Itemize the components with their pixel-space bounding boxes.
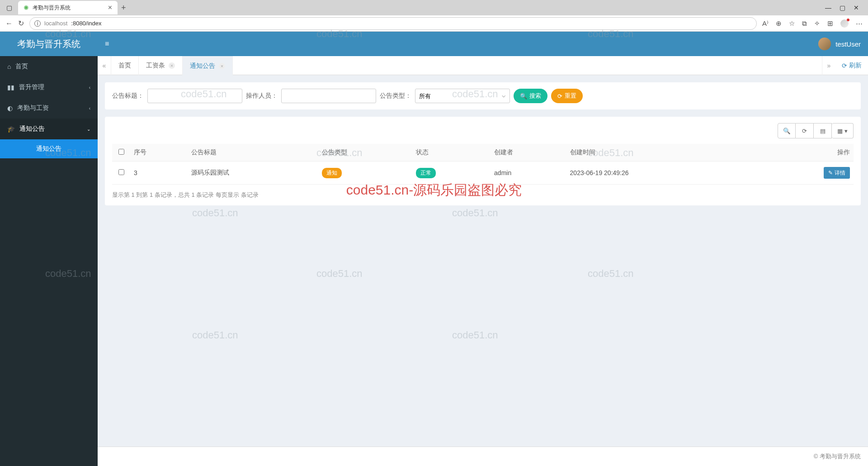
filter-type-label: 公告类型： <box>380 92 411 100</box>
profile-avatar-icon[interactable] <box>840 19 849 28</box>
data-table: 序号 公告标题 公告类型 状态 创建者 创建时间 操作 3 <box>112 144 854 185</box>
browser-tab[interactable]: ✺ 考勤与晋升系统 × <box>18 1 118 14</box>
tab-list-icon[interactable]: ▢ <box>4 2 14 13</box>
tab-close-icon[interactable]: × <box>219 63 225 69</box>
refresh-button[interactable]: ⟳ 刷新 <box>835 62 868 70</box>
minimize-icon[interactable]: — <box>825 4 831 11</box>
table-refresh-icon[interactable]: ⟳ <box>796 123 814 138</box>
detail-button[interactable]: ✎ 详情 <box>824 167 850 179</box>
tabs-scroll-left-icon[interactable]: « <box>98 56 111 75</box>
select-all-checkbox[interactable] <box>118 149 124 155</box>
browser-chrome: ▢ ✺ 考勤与晋升系统 × + — ▢ ✕ ← ↻ i localhost:80… <box>0 0 868 32</box>
new-tab-button[interactable]: + <box>121 3 126 13</box>
th-creator[interactable]: 创建者 <box>491 144 566 162</box>
zoom-icon[interactable]: ⊕ <box>776 19 782 28</box>
filter-title-label: 公告标题： <box>112 92 144 100</box>
footer-copyright: © 考勤与晋升系统 <box>98 447 868 466</box>
sidebar-item-home[interactable]: ⌂ 首页 <box>0 56 98 77</box>
sidebar-item-attendance[interactable]: ◐ 考勤与工资 ‹ <box>0 98 98 119</box>
filter-title-input[interactable] <box>147 89 242 103</box>
more-icon[interactable]: ⋯ <box>856 19 863 28</box>
chevron-down-icon: ⌄ <box>87 127 90 132</box>
table-search-icon[interactable]: 🔍 <box>778 123 796 138</box>
cell-title: 源码乐园测试 <box>188 162 318 185</box>
bars-icon: ▮▮ <box>7 84 14 91</box>
tabs-scroll-right-icon[interactable]: » <box>822 56 835 75</box>
table-row[interactable]: 3 源码乐园测试 通知 正常 admin 2023-06-19 20:49:26… <box>112 162 854 185</box>
cell-creator: admin <box>491 162 566 185</box>
brand-title: 考勤与晋升系统 <box>0 32 98 56</box>
close-tab-icon[interactable]: × <box>108 4 112 12</box>
read-aloud-icon[interactable]: A⁾ <box>762 19 769 28</box>
th-status[interactable]: 状态 <box>412 144 491 162</box>
table-view-icon[interactable]: ▦ ▾ <box>832 123 854 138</box>
graduation-icon: 🎓 <box>7 125 15 133</box>
th-seq[interactable]: 序号 <box>130 144 188 162</box>
home-icon: ⌂ <box>7 63 11 70</box>
cell-create-time: 2023-06-19 20:49:26 <box>566 162 757 185</box>
favorite-icon[interactable]: ☆ <box>789 19 795 28</box>
sidebar-label: 考勤与工资 <box>17 104 49 112</box>
th-create-time[interactable]: 创建时间 <box>566 144 757 162</box>
hamburger-icon[interactable]: ≡ <box>105 40 109 48</box>
back-icon[interactable]: ← <box>5 19 13 28</box>
cell-seq: 3 <box>130 162 188 185</box>
topbar: ≡ testUser <box>98 32 868 56</box>
app-icon[interactable]: ⊞ <box>827 19 833 28</box>
favicon-icon: ✺ <box>24 4 29 11</box>
sidebar: 考勤与晋升系统 ⌂ 首页 ▮▮ 晋升管理 ‹ ◐ 考勤与工资 ‹ 🎓 通知公告 … <box>0 32 98 466</box>
chevron-left-icon: ‹ <box>89 106 90 111</box>
th-title[interactable]: 公告标题 <box>188 144 318 162</box>
tab-home[interactable]: 首页 <box>111 56 139 75</box>
type-badge: 通知 <box>322 168 342 178</box>
reset-button[interactable]: ⟳ 重置 <box>551 89 583 103</box>
filter-type-select[interactable]: 所有 <box>415 89 510 103</box>
chevron-left-icon: ‹ <box>89 85 90 90</box>
maximize-icon[interactable]: ▢ <box>840 4 845 11</box>
tab-title: 考勤与晋升系统 <box>33 4 104 12</box>
th-action: 操作 <box>757 144 854 162</box>
reload-icon[interactable]: ↻ <box>18 19 24 28</box>
sidebar-label: 晋升管理 <box>19 83 44 91</box>
search-button[interactable]: 🔍 搜索 <box>514 89 547 103</box>
sidebar-item-notice[interactable]: 🎓 通知公告 ⌄ <box>0 119 98 139</box>
filter-operator-label: 操作人员： <box>246 92 278 100</box>
info-icon[interactable]: i <box>34 20 41 27</box>
sidebar-item-promotion[interactable]: ▮▮ 晋升管理 ‹ <box>0 77 98 98</box>
tabstrip: « 首页 工资条 × 通知公告 × » ⟳ 刷新 <box>98 56 868 75</box>
url-host: localhost <box>44 20 67 27</box>
user-avatar[interactable] <box>818 38 831 50</box>
extensions-icon[interactable]: ✧ <box>814 19 820 28</box>
close-window-icon[interactable]: ✕ <box>854 4 859 11</box>
table-panel: 🔍 ⟳ ▤ ▦ ▾ 序号 公告标题 公告类型 状态 创建者 <box>105 117 861 205</box>
address-bar[interactable]: i localhost:8080/index <box>29 17 757 30</box>
table-columns-icon[interactable]: ▤ <box>814 123 832 138</box>
th-type[interactable]: 公告类型 <box>318 144 412 162</box>
adjust-icon: ◐ <box>7 105 13 112</box>
reset-icon: ⟳ <box>557 93 562 100</box>
sidebar-label: 通知公告 <box>19 125 45 133</box>
url-path: :8080/index <box>71 20 101 27</box>
search-icon: 🔍 <box>520 93 527 100</box>
edit-icon: ✎ <box>828 170 833 176</box>
username[interactable]: testUser <box>835 40 861 48</box>
sidebar-subitem-notice[interactable]: 通知公告 <box>0 139 98 158</box>
collections-icon[interactable]: ⧉ <box>802 19 807 28</box>
tab-close-icon[interactable]: × <box>169 62 175 69</box>
tab-notice[interactable]: 通知公告 × <box>183 56 233 75</box>
tab-payroll[interactable]: 工资条 × <box>139 56 183 75</box>
row-checkbox[interactable] <box>118 169 124 175</box>
filter-panel: 公告标题： 操作人员： 公告类型： 所有 🔍 搜索 <box>105 82 861 109</box>
status-badge: 正常 <box>416 168 436 178</box>
refresh-icon: ⟳ <box>842 62 847 69</box>
filter-operator-input[interactable] <box>281 89 376 103</box>
pagination-info: 显示第 1 到第 1 条记录，总共 1 条记录 每页显示 条记录 <box>112 191 854 199</box>
sidebar-label: 首页 <box>15 62 28 71</box>
